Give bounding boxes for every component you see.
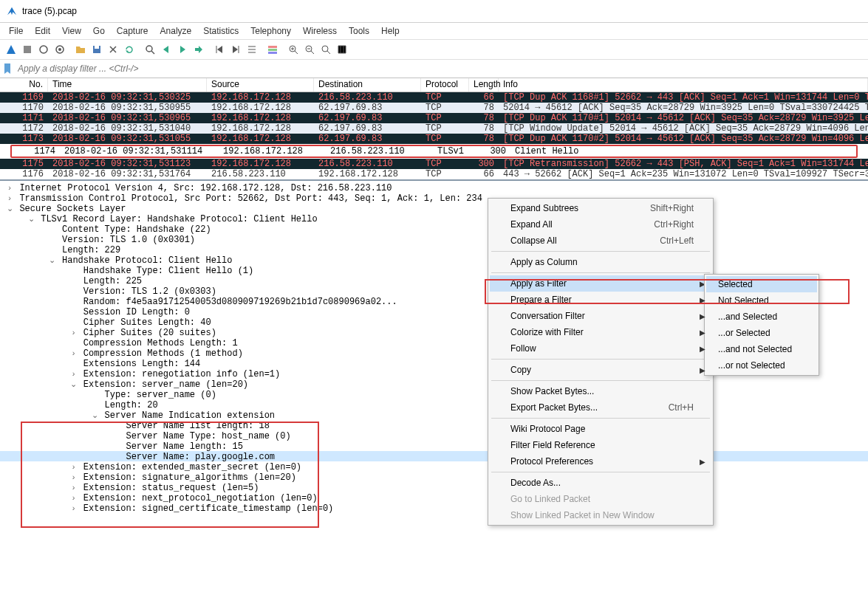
bookmark-icon[interactable] (0, 60, 15, 78)
tb-stop-icon[interactable] (19, 41, 35, 58)
tb-next-icon[interactable] (174, 41, 191, 58)
menu-telephony[interactable]: Telephony (245, 26, 297, 36)
menu-go[interactable]: Go (87, 26, 111, 36)
detail-line[interactable]: › Internet Protocol Version 4, Src: 192.… (0, 182, 868, 193)
tb-save-icon[interactable] (89, 41, 105, 58)
tb-zoom100-icon[interactable] (318, 41, 334, 58)
display-filter-input[interactable] (15, 61, 868, 77)
ctx-expand-all[interactable]: Expand AllCtrl+Right (490, 216, 711, 233)
tb-zoomin-icon[interactable] (285, 41, 301, 58)
svg-point-6 (146, 46, 152, 52)
ctx-copy[interactable]: Copy▶ (490, 362, 711, 378)
detail-line[interactable]: ⌄ Extension: server_name (len=20) (0, 379, 868, 389)
tb-restart-icon[interactable] (35, 41, 52, 58)
tb-options-icon[interactable] (52, 41, 68, 58)
detail-line[interactable]: Length: 229 (0, 244, 868, 255)
sub-or-not-selected[interactable]: ...or not Selected (706, 357, 817, 374)
detail-line[interactable]: ⌄ TLSv1 Record Layer: Handshake Protocol… (0, 213, 868, 224)
window-title: trace (5).pcap (22, 6, 77, 16)
col-destination[interactable]: Destination (314, 78, 421, 92)
tb-zoomout-icon[interactable] (301, 41, 318, 58)
detail-line[interactable]: Version: TLS 1.0 (0x0301) (0, 234, 868, 244)
ctx-show-packet-bytes[interactable]: Show Packet Bytes... (490, 383, 711, 399)
detail-line[interactable]: ⌄ Handshake Protocol: Client Hello (0, 255, 868, 265)
packet-details[interactable]: › Internet Protocol Version 4, Src: 192.… (0, 179, 868, 587)
col-info[interactable]: Info (499, 78, 868, 92)
menu-file[interactable]: File (3, 26, 29, 36)
detail-line[interactable]: Server Name list length: 18 (0, 420, 868, 430)
detail-line[interactable]: Type: server_name (0) (0, 389, 868, 399)
menu-tools[interactable]: Tools (343, 26, 375, 36)
ctx-decode-as[interactable]: Decode As... (490, 475, 711, 491)
ctx-apply-filter[interactable]: Apply as Filter▶ Selected Not Selected .… (490, 275, 711, 292)
detail-line[interactable]: Server Name length: 15 (0, 441, 868, 451)
packet-list[interactable]: 11692018-02-16 09:32:31,530325192.168.17… (0, 92, 868, 179)
menu-view[interactable]: View (56, 26, 87, 36)
tb-reload-icon[interactable] (121, 41, 137, 58)
tb-close-icon[interactable] (105, 41, 121, 58)
tb-last-icon[interactable] (228, 41, 244, 58)
menu-analyze[interactable]: Analyze (154, 26, 198, 36)
menu-capture[interactable]: Capture (111, 26, 154, 36)
ctx-wiki[interactable]: Wiki Protocol Page (490, 421, 711, 437)
detail-line[interactable]: › Extension: extended_master_secret (len… (0, 461, 868, 472)
detail-line[interactable]: Length: 20 (0, 399, 868, 410)
tb-open-icon[interactable] (72, 41, 89, 58)
ctx-colorize-filter[interactable]: Colorize with Filter▶ (490, 324, 711, 340)
svg-rect-8 (268, 49, 277, 51)
col-source[interactable]: Source (207, 78, 314, 92)
col-time[interactable]: Time (48, 78, 207, 92)
sub-and-not-selected[interactable]: ...and not Selected (706, 341, 817, 357)
detail-line[interactable]: Server Name Type: host_name (0) (0, 430, 868, 441)
tb-colorize-icon[interactable] (264, 41, 281, 58)
detail-line[interactable]: Content Type: Handshake (22) (0, 224, 868, 234)
packet-row[interactable]: 11732018-02-16 09:32:31,531055192.168.17… (0, 134, 868, 144)
sub-not-selected[interactable]: Not Selected (706, 292, 817, 309)
detail-line[interactable]: › Extension: signature_algorithms (len=2… (0, 472, 868, 482)
detail-line[interactable]: ⌄ Secure Sockets Layer (0, 203, 868, 213)
packet-row[interactable]: 11702018-02-16 09:32:31,530955192.168.17… (0, 103, 868, 113)
detail-line[interactable]: › Extension: status_request (len=5) (0, 482, 868, 492)
tb-prev-icon[interactable] (158, 41, 174, 58)
tb-autoscroll-icon[interactable] (244, 41, 260, 58)
col-length[interactable]: Length (469, 78, 499, 92)
ctx-follow[interactable]: Follow▶ (490, 340, 711, 357)
tb-first-icon[interactable] (211, 41, 228, 58)
sub-selected[interactable]: Selected (706, 276, 817, 292)
ctx-apply-column[interactable]: Apply as Column (490, 254, 711, 270)
detail-line[interactable]: › Extension: signed_certificate_timestam… (0, 503, 868, 513)
menu-statistics[interactable]: Statistics (197, 26, 245, 36)
ctx-export-packet-bytes[interactable]: Export Packet Bytes...Ctrl+H (490, 399, 711, 416)
tb-jump-icon[interactable] (191, 41, 207, 58)
tb-start-icon[interactable] (3, 41, 19, 58)
ctx-expand-subtrees[interactable]: Expand SubtreesShift+Right (490, 200, 711, 216)
ctx-prepare-filter[interactable]: Prepare a Filter▶ (490, 292, 711, 308)
packet-row[interactable]: 11742018-02-16 09:32:31,531114192.168.17… (12, 146, 856, 157)
packet-row[interactable]: 11712018-02-16 09:32:31,530965192.168.17… (0, 113, 868, 123)
ctx-filter-field-ref[interactable]: Filter Field Reference (490, 437, 711, 453)
packet-row[interactable]: 11762018-02-16 09:32:31,531764216.58.223… (0, 169, 868, 179)
detail-line[interactable]: ⌄ Server Name Indication extension (0, 410, 868, 420)
detail-line[interactable]: › Extension: next_protocol_negotiation (… (0, 492, 868, 503)
sub-and-selected[interactable]: ...and Selected (706, 309, 817, 325)
svg-rect-7 (268, 46, 277, 48)
detail-line[interactable]: Server Name: play.google.com (0, 451, 868, 461)
menu-help[interactable]: Help (375, 26, 406, 36)
packet-row[interactable]: 11752018-02-16 09:32:31,531123192.168.17… (0, 159, 868, 169)
menu-edit[interactable]: Edit (29, 26, 56, 36)
detail-line[interactable]: › Transmission Control Protocol, Src Por… (0, 193, 868, 203)
sub-or-selected[interactable]: ...or Selected (706, 325, 817, 341)
ctx-protocol-prefs[interactable]: Protocol Preferences▶ (490, 453, 711, 470)
menu-wireless[interactable]: Wireless (297, 26, 343, 36)
col-no[interactable]: No. (0, 78, 48, 92)
packet-row[interactable]: 11692018-02-16 09:32:31,530325192.168.17… (0, 92, 868, 103)
menu-bar[interactable]: File Edit View Go Capture Analyze Statis… (0, 23, 868, 39)
ctx-collapse-all[interactable]: Collapse AllCtrl+Left (490, 233, 711, 249)
context-menu[interactable]: Expand SubtreesShift+Right Expand AllCtr… (488, 198, 714, 526)
tb-resize-icon[interactable] (334, 41, 350, 58)
tb-find-icon[interactable] (142, 41, 158, 58)
col-protocol[interactable]: Protocol (421, 78, 469, 92)
submenu-apply-filter[interactable]: Selected Not Selected ...and Selected ..… (704, 274, 819, 376)
packet-row[interactable]: 11722018-02-16 09:32:31,531040192.168.17… (0, 123, 868, 134)
ctx-conversation-filter[interactable]: Conversation Filter▶ (490, 308, 711, 324)
